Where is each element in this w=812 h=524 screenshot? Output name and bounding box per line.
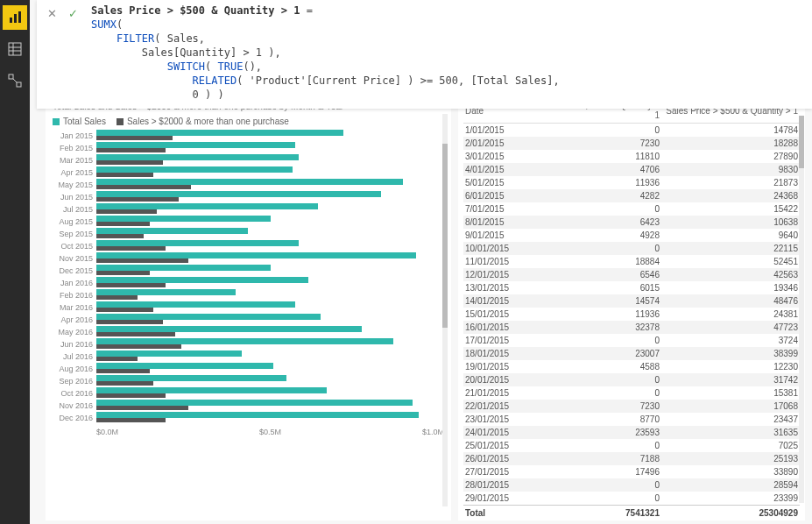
- x-axis-tick: $1.0M: [422, 428, 444, 436]
- table-row[interactable]: 1/01/2015014784: [463, 124, 800, 138]
- table-scroll-thumb[interactable]: [799, 116, 804, 168]
- bar-group: [96, 179, 444, 191]
- model-view-icon[interactable]: [3, 68, 27, 93]
- table-row[interactable]: 23/01/2015877023437: [463, 413, 800, 426]
- y-axis-label: Jun 2016: [53, 340, 93, 349]
- formula-bar: ✕ ✓ Sales Price > $500 & Quantity > 1 = …: [37, 0, 812, 109]
- table-cell: 17068: [661, 400, 800, 413]
- y-axis-label: Oct 2016: [53, 389, 93, 398]
- table-cell: 7188: [523, 452, 661, 465]
- table-cell: 27890: [661, 150, 800, 163]
- formula-editor[interactable]: Sales Price > $500 & Quantity > 1 = SUMX…: [88, 0, 812, 109]
- table-row[interactable]: 20/01/2015031742: [463, 373, 800, 386]
- x-axis-labels: $0.0M$0.5M$1.0M: [53, 424, 444, 436]
- cancel-formula-icon[interactable]: ✕: [44, 5, 60, 21]
- commit-formula-icon[interactable]: ✓: [65, 5, 81, 21]
- table-cell: 9/01/2015: [463, 229, 523, 242]
- table-cell: 4588: [523, 360, 661, 373]
- report-canvas: Com ✕ ✓ Sales Price > $500 & Quantity > …: [30, 0, 812, 524]
- table-cell: 47723: [661, 321, 800, 334]
- table-row[interactable]: 15/01/20151193624381: [463, 308, 800, 321]
- table-cell: 4/01/2015: [463, 163, 523, 176]
- table-cell: 0: [523, 492, 661, 506]
- chart-scrollbar[interactable]: [442, 114, 448, 506]
- chart-scroll-thumb[interactable]: [442, 144, 448, 328]
- table-cell: 26/01/2015: [463, 452, 523, 465]
- table-row[interactable]: 4/01/201547069830: [463, 163, 800, 176]
- table-cell: 22/01/2015: [463, 400, 523, 413]
- table-row[interactable]: 6/01/2015428224368: [463, 189, 800, 202]
- table-cell: 52451: [661, 255, 800, 268]
- table-row[interactable]: 9/01/201549289640: [463, 229, 800, 242]
- table-cell: 32378: [523, 321, 661, 334]
- table-row[interactable]: 5/01/20151193621873: [463, 176, 800, 189]
- table-row[interactable]: 26/01/2015718825193: [463, 452, 800, 465]
- data-view-icon[interactable]: [3, 37, 27, 61]
- table-cell: 6423: [523, 216, 661, 229]
- bar-group: [96, 289, 444, 301]
- table-row[interactable]: 27/01/20151749633890: [463, 465, 800, 478]
- table-cell: 28594: [661, 478, 800, 492]
- table-cell: 18288: [661, 137, 800, 150]
- table-row[interactable]: 22/01/2015723017068: [463, 400, 800, 413]
- y-axis-label: Feb 2015: [53, 144, 93, 152]
- bar-group: [96, 375, 444, 387]
- bar-group: [96, 265, 444, 277]
- y-axis-label: Nov 2016: [53, 401, 93, 410]
- table-row[interactable]: 16/01/20153237847723: [463, 321, 800, 334]
- table-cell: 4282: [523, 189, 661, 202]
- table-row[interactable]: 21/01/2015015381: [463, 386, 800, 400]
- bar-group: [96, 363, 444, 375]
- table-cell: 0: [523, 373, 661, 386]
- table-row[interactable]: 3/01/20151181027890: [463, 150, 800, 163]
- table-row[interactable]: 28/01/2015028594: [463, 478, 800, 492]
- table-cell: 24/01/2015: [463, 426, 523, 439]
- table-scrollbar[interactable]: [799, 116, 804, 503]
- total-cell: 25304929: [661, 506, 800, 520]
- bar-group: [96, 326, 444, 338]
- table-cell: 31742: [661, 373, 800, 386]
- bar-chart-visual[interactable]: Total Sales and Sales > $2000 & more tha…: [46, 96, 451, 520]
- bar-group: [96, 301, 444, 314]
- table-row[interactable]: 11/01/20151888452451: [463, 255, 800, 268]
- table-row[interactable]: 2/01/2015723018288: [463, 137, 800, 150]
- table-row[interactable]: 12/01/2015654642563: [463, 268, 800, 281]
- table-row[interactable]: 29/01/2015023399: [463, 492, 800, 506]
- table-row[interactable]: 10/01/2015022115: [463, 242, 800, 255]
- total-cell: Total: [463, 506, 523, 520]
- bar-group: [96, 400, 444, 412]
- table-visual[interactable]: ⛶ ⋯ DateSales Price > $2000 & Quantity >…: [458, 96, 805, 520]
- bar-group: [96, 166, 444, 179]
- table-cell: 24368: [661, 189, 800, 202]
- bar-group: [96, 314, 444, 326]
- y-axis-labels: Jan 2015Feb 2015Mar 2015Apr 2015May 2015…: [53, 130, 96, 424]
- legend-item: Sales > $2000 & more than one purchase: [117, 117, 289, 126]
- table-cell: 9640: [661, 229, 800, 242]
- table-row[interactable]: 25/01/201507025: [463, 439, 800, 452]
- bar-group: [96, 130, 444, 142]
- report-view-icon[interactable]: [3, 5, 27, 30]
- y-axis-label: Jul 2015: [53, 205, 93, 214]
- table-cell: 9830: [661, 163, 800, 176]
- table-cell: 12230: [661, 360, 800, 373]
- table-row[interactable]: 19/01/2015458812230: [463, 360, 800, 373]
- table-row[interactable]: 24/01/20152359331635: [463, 426, 800, 439]
- table-cell: 0: [523, 334, 661, 347]
- table-row[interactable]: 13/01/2015601519346: [463, 281, 800, 294]
- table-cell: 15381: [661, 386, 800, 400]
- table-row[interactable]: 7/01/2015015422: [463, 202, 800, 216]
- y-axis-label: Aug 2016: [53, 365, 93, 373]
- table-body: 1/01/20150147842/01/20157230182883/01/20…: [463, 124, 800, 506]
- table-cell: 4928: [523, 229, 661, 242]
- table-cell: 22115: [661, 242, 800, 255]
- table-row[interactable]: 17/01/201503724: [463, 334, 800, 347]
- table-row[interactable]: 18/01/20152300738399: [463, 347, 800, 360]
- formula-buttons: ✕ ✓: [37, 0, 88, 26]
- bar-group: [96, 240, 444, 252]
- y-axis-label: Jan 2016: [53, 279, 93, 287]
- y-axis-label: May 2016: [53, 328, 93, 336]
- table-row[interactable]: 14/01/20151457448476: [463, 294, 800, 308]
- table-cell: 2/01/2015: [463, 137, 523, 150]
- table-row[interactable]: 8/01/2015642310638: [463, 216, 800, 229]
- y-axis-label: Sep 2015: [53, 230, 93, 238]
